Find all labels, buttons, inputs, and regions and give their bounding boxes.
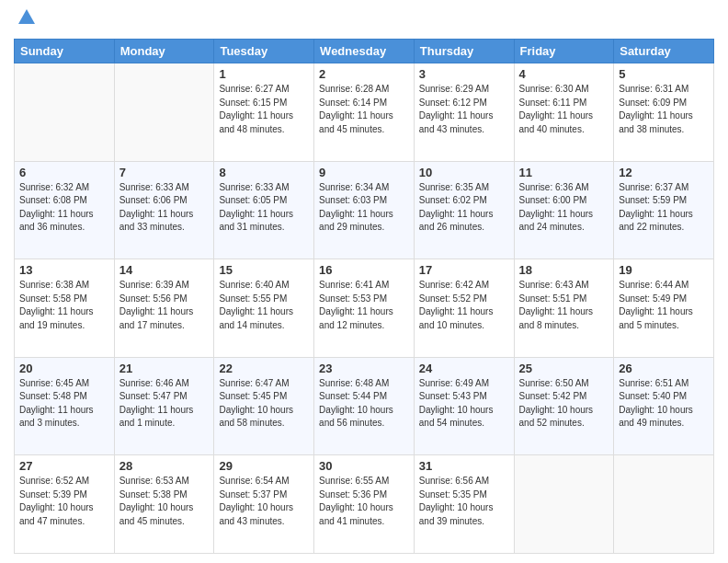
day-info: Sunrise: 6:33 AM Sunset: 6:05 PM Dayligh… bbox=[219, 181, 309, 235]
calendar-cell: 4Sunrise: 6:30 AM Sunset: 6:11 PM Daylig… bbox=[514, 63, 614, 162]
calendar-week-3: 13Sunrise: 6:38 AM Sunset: 5:58 PM Dayli… bbox=[15, 259, 714, 358]
calendar-header-sunday: Sunday bbox=[15, 40, 115, 63]
calendar-cell: 26Sunrise: 6:51 AM Sunset: 5:40 PM Dayli… bbox=[614, 357, 714, 455]
calendar-cell: 27Sunrise: 6:52 AM Sunset: 5:39 PM Dayli… bbox=[15, 455, 115, 554]
calendar-cell: 2Sunrise: 6:28 AM Sunset: 6:14 PM Daylig… bbox=[314, 63, 415, 162]
day-number: 14 bbox=[119, 263, 210, 277]
calendar-header-monday: Monday bbox=[114, 40, 214, 63]
day-info: Sunrise: 6:43 AM Sunset: 5:51 PM Dayligh… bbox=[519, 279, 609, 332]
day-info: Sunrise: 6:56 AM Sunset: 5:35 PM Dayligh… bbox=[419, 475, 509, 528]
day-number: 1 bbox=[219, 67, 309, 81]
day-info: Sunrise: 6:48 AM Sunset: 5:44 PM Dayligh… bbox=[319, 377, 409, 431]
calendar-header-friday: Friday bbox=[514, 40, 614, 63]
day-number: 8 bbox=[219, 166, 309, 179]
calendar-cell: 5Sunrise: 6:31 AM Sunset: 6:09 PM Daylig… bbox=[614, 63, 714, 162]
day-info: Sunrise: 6:51 AM Sunset: 5:40 PM Dayligh… bbox=[619, 377, 709, 431]
day-info: Sunrise: 6:29 AM Sunset: 6:12 PM Dayligh… bbox=[419, 83, 509, 136]
day-info: Sunrise: 6:37 AM Sunset: 5:59 PM Dayligh… bbox=[619, 181, 709, 235]
logo bbox=[14, 9, 37, 31]
day-number: 21 bbox=[119, 362, 210, 375]
calendar-cell: 6Sunrise: 6:32 AM Sunset: 6:08 PM Daylig… bbox=[15, 161, 115, 259]
calendar-cell: 22Sunrise: 6:47 AM Sunset: 5:45 PM Dayli… bbox=[214, 357, 314, 455]
calendar-cell bbox=[514, 455, 614, 554]
calendar-cell: 30Sunrise: 6:55 AM Sunset: 5:36 PM Dayli… bbox=[314, 455, 415, 554]
day-info: Sunrise: 6:30 AM Sunset: 6:11 PM Dayligh… bbox=[519, 83, 609, 136]
calendar-cell: 12Sunrise: 6:37 AM Sunset: 5:59 PM Dayli… bbox=[614, 161, 714, 259]
calendar-header-tuesday: Tuesday bbox=[214, 40, 314, 63]
day-info: Sunrise: 6:42 AM Sunset: 5:52 PM Dayligh… bbox=[419, 279, 509, 332]
calendar-cell: 18Sunrise: 6:43 AM Sunset: 5:51 PM Dayli… bbox=[514, 259, 614, 358]
day-number: 31 bbox=[419, 459, 509, 473]
day-number: 17 bbox=[419, 263, 509, 277]
day-number: 6 bbox=[19, 166, 109, 179]
day-number: 11 bbox=[519, 166, 609, 179]
day-number: 26 bbox=[619, 362, 709, 375]
calendar-week-2: 6Sunrise: 6:32 AM Sunset: 6:08 PM Daylig… bbox=[15, 161, 714, 259]
day-number: 12 bbox=[619, 166, 709, 179]
calendar-header-thursday: Thursday bbox=[414, 40, 514, 63]
calendar-cell: 20Sunrise: 6:45 AM Sunset: 5:48 PM Dayli… bbox=[15, 357, 115, 455]
calendar-cell bbox=[114, 63, 214, 162]
calendar-cell: 23Sunrise: 6:48 AM Sunset: 5:44 PM Dayli… bbox=[314, 357, 415, 455]
day-number: 25 bbox=[519, 362, 609, 375]
day-number: 22 bbox=[219, 362, 309, 375]
calendar-cell: 31Sunrise: 6:56 AM Sunset: 5:35 PM Dayli… bbox=[414, 455, 514, 554]
calendar-table: SundayMondayTuesdayWednesdayThursdayFrid… bbox=[14, 39, 714, 554]
svg-marker-0 bbox=[18, 9, 35, 24]
calendar-cell: 3Sunrise: 6:29 AM Sunset: 6:12 PM Daylig… bbox=[414, 63, 514, 162]
day-info: Sunrise: 6:35 AM Sunset: 6:02 PM Dayligh… bbox=[419, 181, 509, 235]
calendar-cell: 8Sunrise: 6:33 AM Sunset: 6:05 PM Daylig… bbox=[214, 161, 314, 259]
calendar-cell: 7Sunrise: 6:33 AM Sunset: 6:06 PM Daylig… bbox=[114, 161, 214, 259]
day-info: Sunrise: 6:55 AM Sunset: 5:36 PM Dayligh… bbox=[319, 475, 409, 528]
day-number: 9 bbox=[319, 166, 409, 179]
calendar-cell bbox=[15, 63, 115, 162]
day-number: 23 bbox=[319, 362, 409, 375]
calendar-cell: 25Sunrise: 6:50 AM Sunset: 5:42 PM Dayli… bbox=[514, 357, 614, 455]
calendar-week-4: 20Sunrise: 6:45 AM Sunset: 5:48 PM Dayli… bbox=[15, 357, 714, 455]
day-number: 2 bbox=[319, 67, 409, 81]
calendar-cell: 28Sunrise: 6:53 AM Sunset: 5:38 PM Dayli… bbox=[114, 455, 214, 554]
day-info: Sunrise: 6:46 AM Sunset: 5:47 PM Dayligh… bbox=[119, 377, 210, 431]
calendar-cell: 10Sunrise: 6:35 AM Sunset: 6:02 PM Dayli… bbox=[414, 161, 514, 259]
day-info: Sunrise: 6:39 AM Sunset: 5:56 PM Dayligh… bbox=[119, 279, 210, 332]
day-info: Sunrise: 6:49 AM Sunset: 5:43 PM Dayligh… bbox=[419, 377, 509, 431]
day-number: 5 bbox=[619, 67, 709, 81]
day-info: Sunrise: 6:52 AM Sunset: 5:39 PM Dayligh… bbox=[19, 475, 109, 528]
calendar-week-1: 1Sunrise: 6:27 AM Sunset: 6:15 PM Daylig… bbox=[15, 63, 714, 162]
day-number: 15 bbox=[219, 263, 309, 277]
day-number: 28 bbox=[119, 459, 210, 473]
calendar-cell bbox=[614, 455, 714, 554]
day-number: 10 bbox=[419, 166, 509, 179]
logo-icon bbox=[17, 7, 37, 31]
calendar-header-saturday: Saturday bbox=[614, 40, 714, 63]
calendar-cell: 1Sunrise: 6:27 AM Sunset: 6:15 PM Daylig… bbox=[214, 63, 314, 162]
calendar-cell: 24Sunrise: 6:49 AM Sunset: 5:43 PM Dayli… bbox=[414, 357, 514, 455]
calendar-cell: 21Sunrise: 6:46 AM Sunset: 5:47 PM Dayli… bbox=[114, 357, 214, 455]
page: SundayMondayTuesdayWednesdayThursdayFrid… bbox=[0, 0, 728, 563]
day-info: Sunrise: 6:32 AM Sunset: 6:08 PM Dayligh… bbox=[19, 181, 109, 235]
day-number: 13 bbox=[19, 263, 109, 277]
calendar-cell: 9Sunrise: 6:34 AM Sunset: 6:03 PM Daylig… bbox=[314, 161, 415, 259]
day-info: Sunrise: 6:34 AM Sunset: 6:03 PM Dayligh… bbox=[319, 181, 409, 235]
calendar-cell: 17Sunrise: 6:42 AM Sunset: 5:52 PM Dayli… bbox=[414, 259, 514, 358]
day-info: Sunrise: 6:38 AM Sunset: 5:58 PM Dayligh… bbox=[19, 279, 109, 332]
day-info: Sunrise: 6:47 AM Sunset: 5:45 PM Dayligh… bbox=[219, 377, 309, 431]
day-info: Sunrise: 6:31 AM Sunset: 6:09 PM Dayligh… bbox=[619, 83, 709, 136]
day-info: Sunrise: 6:53 AM Sunset: 5:38 PM Dayligh… bbox=[119, 475, 210, 528]
day-info: Sunrise: 6:44 AM Sunset: 5:49 PM Dayligh… bbox=[619, 279, 709, 332]
day-number: 4 bbox=[519, 67, 609, 81]
header bbox=[14, 9, 714, 31]
calendar-header-row: SundayMondayTuesdayWednesdayThursdayFrid… bbox=[15, 40, 714, 63]
day-number: 3 bbox=[419, 67, 509, 81]
calendar-cell: 13Sunrise: 6:38 AM Sunset: 5:58 PM Dayli… bbox=[15, 259, 115, 358]
day-number: 24 bbox=[419, 362, 509, 375]
day-info: Sunrise: 6:36 AM Sunset: 6:00 PM Dayligh… bbox=[519, 181, 609, 235]
calendar-week-5: 27Sunrise: 6:52 AM Sunset: 5:39 PM Dayli… bbox=[15, 455, 714, 554]
calendar-cell: 15Sunrise: 6:40 AM Sunset: 5:55 PM Dayli… bbox=[214, 259, 314, 358]
calendar-cell: 11Sunrise: 6:36 AM Sunset: 6:00 PM Dayli… bbox=[514, 161, 614, 259]
calendar-cell: 16Sunrise: 6:41 AM Sunset: 5:53 PM Dayli… bbox=[314, 259, 415, 358]
calendar-cell: 14Sunrise: 6:39 AM Sunset: 5:56 PM Dayli… bbox=[114, 259, 214, 358]
day-number: 29 bbox=[219, 459, 309, 473]
day-info: Sunrise: 6:50 AM Sunset: 5:42 PM Dayligh… bbox=[519, 377, 609, 431]
day-info: Sunrise: 6:28 AM Sunset: 6:14 PM Dayligh… bbox=[319, 83, 409, 136]
